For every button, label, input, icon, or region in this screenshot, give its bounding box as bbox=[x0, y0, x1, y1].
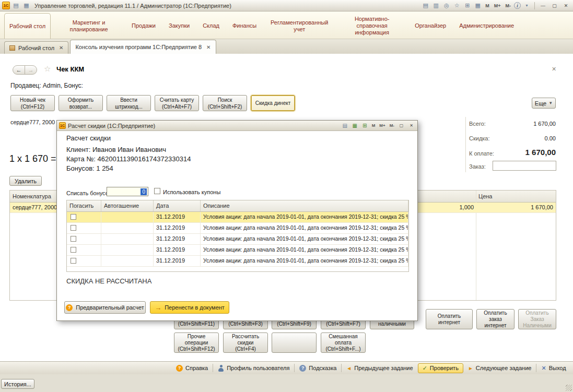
favorite-star-icon[interactable]: ☆ bbox=[44, 64, 51, 74]
pay-order-internet-button[interactable]: Оплатитьзаказинтернет bbox=[476, 309, 514, 329]
new-window-icon[interactable]: ▦ bbox=[22, 2, 31, 9]
help-button[interactable]: ? Справка bbox=[176, 365, 208, 372]
status-bar: История... bbox=[0, 374, 573, 392]
memory-m-button[interactable]: M bbox=[484, 3, 491, 8]
open-file-icon[interactable]: ▤ bbox=[11, 2, 20, 9]
toolbar-separator bbox=[213, 364, 213, 372]
dialog-memory-m-button[interactable]: M bbox=[371, 123, 377, 128]
pay-internet-button[interactable]: Оплатитьинтернет bbox=[426, 309, 473, 329]
redeem-checkbox[interactable] bbox=[71, 258, 76, 264]
dialog-maximize-button[interactable]: ▢ bbox=[397, 122, 405, 129]
section-organizer[interactable]: Органайзер bbox=[410, 13, 451, 39]
history-button[interactable]: История... bbox=[1, 379, 34, 389]
previous-task-button[interactable]: ◄ Предыдущее задание bbox=[346, 365, 413, 371]
read-card-button[interactable]: Считать карту (Ctrl+Alt+F7) bbox=[155, 95, 199, 111]
next-task-button[interactable]: ► Следующее задание bbox=[468, 365, 532, 371]
calendar-icon[interactable]: ⊞ bbox=[361, 123, 369, 128]
section-finance[interactable]: Финансы bbox=[228, 13, 261, 39]
search-button[interactable]: Поиск (Ctrl+Shift+F2) bbox=[203, 95, 247, 111]
hint-button[interactable]: ? Подсказка bbox=[299, 365, 336, 372]
order-input[interactable] bbox=[493, 161, 556, 171]
section-purchases[interactable]: Закупки bbox=[164, 13, 194, 39]
search-icon[interactable]: ◎ bbox=[442, 2, 451, 9]
tab-desktop[interactable]: Рабочий стол ✕ bbox=[4, 41, 68, 54]
check-task-button[interactable]: ✓ Проверить bbox=[418, 363, 463, 373]
section-sales[interactable]: Продажи bbox=[127, 13, 160, 39]
delete-button[interactable]: Удалить bbox=[9, 176, 42, 186]
tab-console[interactable]: Консоль изучения программ 1С:Предприятие… bbox=[70, 40, 216, 54]
section-warehouse[interactable]: Склад bbox=[198, 13, 224, 39]
nav-forward-button[interactable]: → bbox=[25, 65, 37, 75]
tab-close-icon[interactable]: ✕ bbox=[206, 44, 211, 50]
section-marketing[interactable]: Маркетинг и планирование bbox=[54, 13, 123, 39]
section-regulated-accounting[interactable]: Регламентированный учет bbox=[265, 13, 334, 39]
copy-icon[interactable]: ▥ bbox=[431, 2, 440, 9]
mixed-payment-button[interactable]: Смешаннаяоплата(Ctrl+Shift+F...) bbox=[321, 332, 366, 353]
toolbar-separator bbox=[341, 364, 342, 372]
dialog-close-button[interactable]: ✕ bbox=[407, 122, 415, 129]
save-icon[interactable]: ▤ bbox=[421, 2, 430, 9]
calculate-discounts-button[interactable]: Рассчитатьскидки(Ctrl+F4) bbox=[223, 332, 268, 353]
section-administration[interactable]: Администрирование bbox=[454, 13, 519, 39]
use-coupons-checkbox[interactable] bbox=[154, 188, 160, 194]
redeem-checkbox[interactable] bbox=[71, 214, 76, 220]
app-logo-icon: 1С bbox=[2, 2, 10, 9]
section-reference-info[interactable]: Нормативно-справочная информация bbox=[337, 13, 406, 39]
summary-divider bbox=[465, 117, 466, 172]
client-line: Клиент: Иванов Иван Иванович bbox=[66, 146, 166, 153]
pay-order-cash-button: ОплатитьЗаказНаличными bbox=[518, 309, 556, 329]
calculator-icon[interactable]: ⊞ bbox=[463, 2, 472, 9]
minimize-button[interactable]: — bbox=[538, 2, 548, 9]
preliminary-calculation-button[interactable]: ? Предварительный расчет bbox=[64, 301, 146, 314]
empty-button[interactable] bbox=[272, 332, 317, 353]
print-icon[interactable]: ▤ bbox=[341, 123, 349, 128]
info-icon[interactable]: i bbox=[514, 2, 521, 9]
calendar-icon[interactable]: ▦ bbox=[473, 2, 482, 9]
resize-grip[interactable] bbox=[566, 385, 572, 391]
promotion-row[interactable]: 31.12.2019 Условия акции: дата начала 20… bbox=[67, 245, 408, 256]
dialog-titlebar[interactable]: 1С Расчет скидки (1С:Предприятие) ▤ ▦ ⊞ … bbox=[57, 121, 417, 131]
more-button[interactable]: Еще ▼ bbox=[532, 98, 556, 109]
writeoff-bonuses-input[interactable]: 0 bbox=[107, 187, 148, 196]
promotion-row[interactable]: 31.12.2019 Условия акции: дата начала 20… bbox=[67, 212, 408, 223]
window-title: Управление торговлей, редакция 11.1 / Ад… bbox=[34, 3, 231, 9]
enter-barcode-button[interactable]: Ввести штрихкод... bbox=[107, 95, 151, 111]
column-price: Цена bbox=[478, 193, 492, 199]
redeem-checkbox[interactable] bbox=[71, 236, 76, 242]
form-close-icon[interactable]: ✕ bbox=[552, 66, 556, 73]
table-icon[interactable]: ▦ bbox=[351, 123, 359, 128]
return-button[interactable]: Оформить возврат... bbox=[59, 95, 103, 111]
nav-back-button[interactable]: ← bbox=[13, 65, 25, 75]
dialog-memory-m-minus-button[interactable]: M- bbox=[389, 123, 395, 128]
promotion-row[interactable]: 31.12.2019 Условия акции: дата начала 20… bbox=[67, 256, 408, 267]
exit-button[interactable]: ✕ Выход bbox=[541, 365, 566, 372]
new-check-button[interactable]: Новый чек (Ctrl+F12) bbox=[10, 95, 55, 111]
redeem-checkbox[interactable] bbox=[71, 247, 76, 253]
section-desktop[interactable]: Рабочий стол bbox=[4, 13, 51, 39]
discount-button[interactable]: Скидка динект bbox=[251, 95, 295, 111]
transfer-to-document-button[interactable]: → Перенести в документ bbox=[150, 301, 229, 314]
close-button[interactable]: ✕ bbox=[561, 2, 571, 9]
favorites-star-icon[interactable]: ☆ bbox=[452, 2, 461, 9]
document-tabs: Рабочий стол ✕ Консоль изучения программ… bbox=[0, 39, 573, 54]
desktop-tab-icon bbox=[9, 45, 15, 51]
tab-close-icon[interactable]: ✕ bbox=[59, 45, 63, 51]
seller-line: Продавец: Admin, Бонус: bbox=[10, 82, 83, 89]
exit-icon: ✕ bbox=[541, 365, 546, 372]
memory-m-minus-button[interactable]: M- bbox=[504, 3, 513, 8]
user-profile-button[interactable]: Профиль пользователя bbox=[218, 365, 289, 372]
arrow-right-icon: ► bbox=[468, 365, 473, 371]
bottom-toolbar: ? Справка Профиль пользователя ? Подсказ… bbox=[0, 361, 573, 374]
dialog-memory-m-plus-button[interactable]: M+ bbox=[378, 123, 386, 128]
redeem-checkbox[interactable] bbox=[71, 225, 76, 231]
other-operations-button[interactable]: Прочиеоперации(Ctrl+Shift+F12) bbox=[174, 332, 219, 353]
page-title: Чек ККМ bbox=[56, 65, 84, 73]
memory-m-plus-button[interactable]: M+ bbox=[493, 3, 502, 8]
discount-label: Скидка: bbox=[469, 135, 490, 141]
promotion-row[interactable]: 31.12.2019 Условия акции: дата начала 20… bbox=[67, 234, 408, 245]
promotion-row[interactable]: 31.12.2019 Условия акции: дата начала 20… bbox=[67, 223, 408, 234]
maximize-button[interactable]: ▢ bbox=[549, 2, 559, 9]
due-value: 1 670,00 bbox=[486, 148, 556, 157]
info-chevron-icon[interactable]: ▾ bbox=[522, 2, 531, 9]
discount-status-text: СКИДКА НЕ РАССЧИТАНА bbox=[66, 277, 151, 285]
